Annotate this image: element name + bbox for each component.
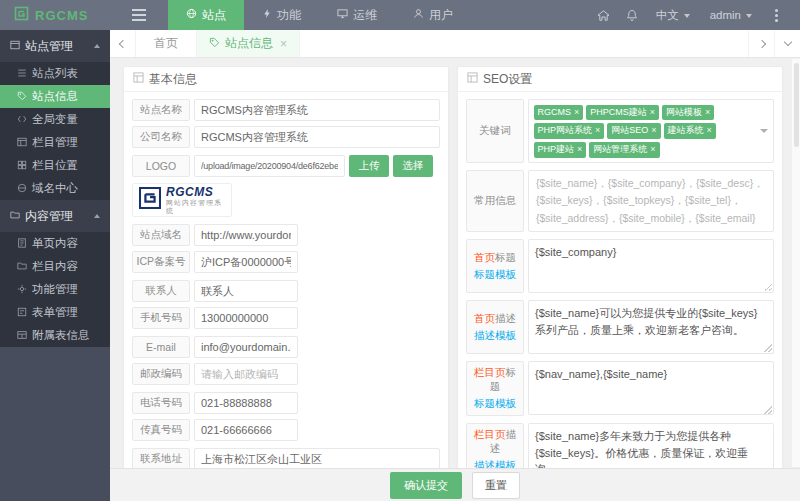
- panel-title: SEO设置: [483, 71, 532, 88]
- field-icp: ICP备案号: [132, 251, 440, 273]
- tag-icon: [209, 37, 220, 51]
- sidebar-item-function-mgmt[interactable]: 功能管理: [0, 278, 110, 301]
- tab-site-info[interactable]: 站点信息 ×: [197, 30, 300, 57]
- sidebar: 站点管理 站点列表 站点信息 全局变量 栏目管理: [0, 30, 110, 501]
- home-desc-textarea[interactable]: {$site_name}可以为您提供专业的{$site_keys}系列产品，质量…: [528, 300, 774, 354]
- bell-icon[interactable]: [618, 0, 646, 30]
- keyword-tag[interactable]: PHP网站系统×: [534, 123, 605, 139]
- sidebar-item-domain-center[interactable]: 域名中心: [0, 177, 110, 200]
- site-domain-input[interactable]: [194, 224, 298, 246]
- bolt-icon: [262, 8, 272, 22]
- select-button[interactable]: 选择: [393, 155, 433, 177]
- nav-label: 站点: [202, 7, 226, 24]
- nav-item-site[interactable]: 站点: [168, 0, 244, 30]
- sidebar-item-site-list[interactable]: 站点列表: [0, 62, 110, 85]
- item-label: 站点信息: [32, 89, 78, 104]
- keyword-tag-label: PHP建站: [538, 144, 575, 156]
- sidebar-item-global-vars[interactable]: 全局变量: [0, 108, 110, 131]
- sidebar-group-site-mgmt[interactable]: 站点管理: [0, 30, 110, 62]
- close-icon[interactable]: ×: [651, 125, 656, 137]
- reset-button[interactable]: 重置: [472, 472, 520, 499]
- gear-icon: [17, 284, 27, 296]
- close-icon[interactable]: ×: [577, 144, 582, 156]
- keyword-tag[interactable]: 建站系统×: [664, 123, 716, 139]
- keyword-tag[interactable]: 网站SEO×: [607, 123, 660, 139]
- monitor-icon: [337, 8, 348, 22]
- company-name-input[interactable]: [194, 126, 440, 148]
- field-email: E-mail: [132, 336, 440, 358]
- field-logo: LOGO 上传 选择: [132, 155, 440, 177]
- form-footer: 确认提交 重置: [110, 468, 800, 501]
- sidebar-item-single-page[interactable]: 单页内容: [0, 232, 110, 255]
- sidebar-item-form-mgmt[interactable]: 表单管理: [0, 301, 110, 324]
- field-label-text: 标题: [495, 251, 516, 263]
- icp-input[interactable]: [194, 251, 298, 273]
- scrollbar-thumb[interactable]: [794, 63, 799, 147]
- keyword-tag[interactable]: RGCMS×: [534, 105, 584, 121]
- logo-path-input[interactable]: [194, 155, 345, 177]
- title-template-link[interactable]: 标题模板: [474, 397, 516, 411]
- nav-item-user[interactable]: 用户: [395, 0, 471, 30]
- sidebar-group-content-mgmt[interactable]: 内容管理: [0, 200, 110, 232]
- home-title-textarea[interactable]: {$site_company}: [528, 239, 774, 293]
- tab-home[interactable]: 首页: [136, 30, 197, 57]
- close-icon[interactable]: ×: [574, 107, 579, 119]
- close-icon[interactable]: ×: [595, 125, 600, 137]
- panel-title: 基本信息: [149, 71, 197, 88]
- keywords-tag-input[interactable]: RGCMS× PHPCMS建站× 网站模板× PHP网站系统× 网站SEO× 建…: [528, 99, 774, 163]
- tabs-dropdown-button[interactable]: [774, 30, 800, 57]
- logo-icon: [14, 6, 29, 24]
- close-icon[interactable]: ×: [707, 125, 712, 137]
- field-label: 首页描述 描述模板: [466, 300, 524, 354]
- nav-title-textarea[interactable]: {$nav_name},{$site_name}: [528, 361, 774, 415]
- logo-preview: RGCMS 网站内容管理系统: [132, 183, 232, 217]
- close-icon[interactable]: ×: [650, 144, 655, 156]
- tel-input[interactable]: [194, 392, 298, 414]
- sidebar-item-column-mgmt[interactable]: 栏目管理: [0, 131, 110, 154]
- nav-item-function[interactable]: 功能: [244, 0, 319, 30]
- keyword-tag-label: RGCMS: [538, 107, 572, 119]
- field-label-text: 关键词: [479, 124, 511, 138]
- more-menu-icon[interactable]: [762, 0, 790, 30]
- title-template-link[interactable]: 标题模板: [474, 268, 516, 282]
- grid-icon: [467, 72, 478, 86]
- scrollbar-track[interactable]: [791, 59, 800, 467]
- nav-item-ops[interactable]: 运维: [319, 0, 395, 30]
- keyword-tag-label: 建站系统: [668, 125, 704, 137]
- zipcode-input[interactable]: [194, 363, 298, 385]
- tabs-scroll-left-button[interactable]: [110, 30, 136, 57]
- sidebar-item-site-info[interactable]: 站点信息: [0, 85, 110, 108]
- app-logo[interactable]: RGCMS: [0, 0, 110, 30]
- contact-input[interactable]: [194, 280, 298, 302]
- keyword-tag[interactable]: PHP建站×: [534, 142, 587, 158]
- close-icon[interactable]: ×: [650, 107, 655, 119]
- upload-button[interactable]: 上传: [349, 155, 389, 177]
- mobile-input[interactable]: [194, 307, 298, 329]
- sidebar-item-column-position[interactable]: 栏目位置: [0, 154, 110, 177]
- field-label: 邮政编码: [132, 363, 190, 385]
- home-icon[interactable]: [590, 0, 618, 30]
- submit-button[interactable]: 确认提交: [390, 472, 462, 499]
- language-dropdown[interactable]: 中文: [646, 8, 700, 23]
- keyword-tag[interactable]: 网站模板×: [662, 105, 714, 121]
- sidebar-item-column-content[interactable]: 栏目内容: [0, 255, 110, 278]
- keyword-tag[interactable]: 网站管理系统×: [589, 142, 659, 158]
- desc-template-link[interactable]: 描述模板: [474, 329, 516, 343]
- field-label: 站点域名: [132, 224, 190, 246]
- tab-label: 站点信息: [225, 35, 273, 52]
- address-input[interactable]: [194, 448, 440, 470]
- keyword-tag[interactable]: PHPCMS建站×: [586, 105, 659, 121]
- email-input[interactable]: [194, 336, 298, 358]
- close-icon[interactable]: ×: [280, 37, 287, 51]
- field-mobile: 手机号码: [132, 307, 440, 329]
- site-name-input[interactable]: [194, 99, 440, 121]
- user-dropdown[interactable]: admin: [700, 9, 762, 21]
- close-icon[interactable]: ×: [705, 107, 710, 119]
- fax-input[interactable]: [194, 419, 298, 441]
- menu-toggle-icon[interactable]: [118, 0, 160, 30]
- username-label: admin: [710, 9, 741, 21]
- field-label: LOGO: [132, 155, 190, 177]
- chevron-down-icon[interactable]: [760, 129, 768, 137]
- tabs-scroll-right-button[interactable]: [748, 30, 774, 57]
- sidebar-item-attached-table[interactable]: 附属表信息: [0, 324, 110, 347]
